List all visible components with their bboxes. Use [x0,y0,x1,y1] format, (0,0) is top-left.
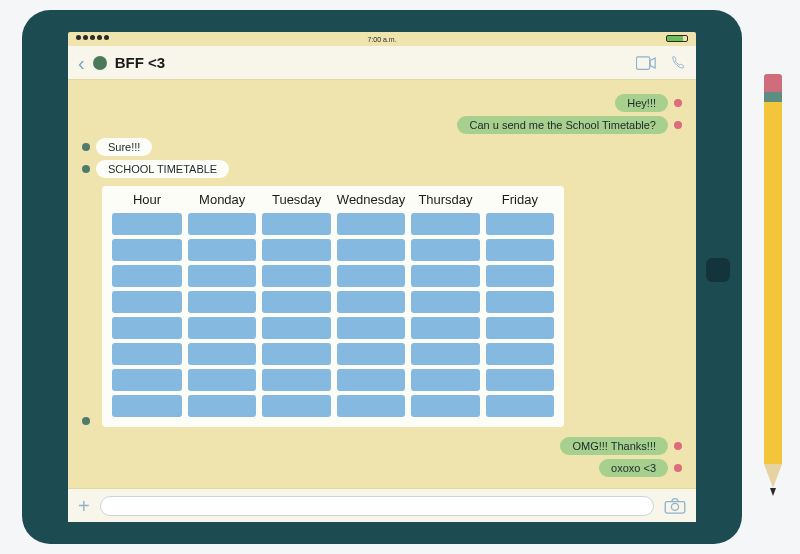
status-dot-icon [674,121,682,129]
back-icon[interactable]: ‹ [78,53,85,73]
status-dot-icon [674,99,682,107]
screen: 7:00 a.m. ‹ BFF <3 Hey!!! Can u send me … [68,32,696,522]
timetable-cell[interactable] [188,213,256,235]
timetable-cell[interactable] [262,369,330,391]
message-sent: Hey!!! [82,94,682,112]
timetable-cell[interactable] [262,395,330,417]
timetable-cell[interactable] [188,239,256,261]
timetable-cell[interactable] [188,265,256,287]
timetable-cell[interactable] [112,395,182,417]
battery-icon [666,35,688,42]
timetable-cell[interactable] [112,213,182,235]
timetable-cell[interactable] [411,395,479,417]
status-dot-icon [82,143,90,151]
timetable-grid [112,213,554,417]
status-dot-icon [82,165,90,173]
col-header: Monday [188,192,256,207]
bubble[interactable]: Hey!!! [615,94,668,112]
bubble[interactable]: oxoxo <3 [599,459,668,477]
timetable-cell[interactable] [337,343,405,365]
timetable-cell[interactable] [411,265,479,287]
col-header: Friday [486,192,554,207]
timetable-cell[interactable] [486,239,554,261]
chat-input-bar: + [68,488,696,522]
message-input[interactable] [100,496,654,516]
camera-icon[interactable] [664,498,686,514]
status-dot-icon [674,442,682,450]
timetable-cell[interactable] [411,213,479,235]
status-time: 7:00 a.m. [367,36,396,43]
timetable-cell[interactable] [262,343,330,365]
col-header: Thursday [411,192,479,207]
timetable-cell[interactable] [262,317,330,339]
timetable-cell[interactable] [337,291,405,313]
timetable-cell[interactable] [188,369,256,391]
timetable-cell[interactable] [262,213,330,235]
chat-header: ‹ BFF <3 [68,46,696,80]
timetable-cell[interactable] [112,291,182,313]
timetable-cell[interactable] [188,317,256,339]
chat-body[interactable]: Hey!!! Can u send me the School Timetabl… [68,80,696,488]
plus-icon[interactable]: + [78,496,90,516]
video-call-icon[interactable] [636,55,656,71]
timetable-cell[interactable] [112,343,182,365]
timetable-cell[interactable] [337,213,405,235]
message-sent: oxoxo <3 [82,459,682,477]
avatar[interactable] [93,56,107,70]
status-dot-icon [674,464,682,472]
timetable-header-row: Hour Monday Tuesday Wednesday Thursday F… [112,192,554,207]
message-sent: OMG!!! Thanks!!! [82,437,682,455]
message-sent: Can u send me the School Timetable? [82,116,682,134]
timetable-cell[interactable] [112,239,182,261]
timetable-cell[interactable] [112,317,182,339]
bubble[interactable]: OMG!!! Thanks!!! [560,437,668,455]
timetable-cell[interactable] [486,343,554,365]
col-header: Wednesday [337,192,405,207]
timetable-cell[interactable] [337,395,405,417]
timetable-cell[interactable] [262,239,330,261]
col-header: Hour [112,192,182,207]
status-dot-icon [82,417,90,425]
message-received: Sure!!! [82,138,682,156]
timetable-attachment[interactable]: Hour Monday Tuesday Wednesday Thursday F… [102,186,564,427]
message-received: SCHOOL TIMETABLE [82,160,682,178]
timetable-cell[interactable] [411,317,479,339]
svg-point-2 [671,503,678,510]
timetable-cell[interactable] [486,317,554,339]
timetable-cell[interactable] [411,369,479,391]
pencil-decoration [764,74,782,494]
timetable-cell[interactable] [411,291,479,313]
phone-icon[interactable] [670,55,686,71]
timetable-cell[interactable] [486,395,554,417]
timetable-cell[interactable] [486,213,554,235]
timetable-cell[interactable] [486,291,554,313]
timetable-cell[interactable] [112,369,182,391]
timetable-cell[interactable] [112,265,182,287]
timetable-cell[interactable] [337,265,405,287]
bubble[interactable]: SCHOOL TIMETABLE [96,160,229,178]
bubble[interactable]: Can u send me the School Timetable? [457,116,668,134]
timetable-cell[interactable] [337,317,405,339]
timetable-cell[interactable] [486,369,554,391]
tablet-frame: 7:00 a.m. ‹ BFF <3 Hey!!! Can u send me … [22,10,742,544]
timetable-cell[interactable] [411,343,479,365]
status-bar: 7:00 a.m. [68,32,696,46]
contact-name: BFF <3 [115,54,165,71]
message-received: Hour Monday Tuesday Wednesday Thursday F… [82,182,682,431]
timetable-cell[interactable] [486,265,554,287]
timetable-cell[interactable] [262,265,330,287]
timetable-cell[interactable] [262,291,330,313]
timetable-cell[interactable] [188,291,256,313]
timetable-cell[interactable] [188,395,256,417]
bubble[interactable]: Sure!!! [96,138,152,156]
timetable-cell[interactable] [337,239,405,261]
timetable-cell[interactable] [411,239,479,261]
timetable-cell[interactable] [337,369,405,391]
svg-rect-0 [636,56,649,69]
timetable-cell[interactable] [188,343,256,365]
home-button[interactable] [706,258,730,282]
signal-icon [76,35,109,40]
col-header: Tuesday [262,192,330,207]
